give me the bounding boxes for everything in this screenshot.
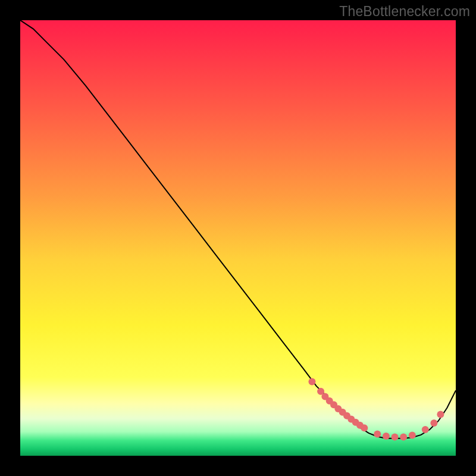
highlight-dot xyxy=(383,433,390,440)
highlight-dot xyxy=(400,434,407,441)
plot-area xyxy=(20,20,456,456)
highlight-dot xyxy=(437,411,444,418)
chart-svg xyxy=(20,20,456,456)
highlight-dot xyxy=(308,378,315,386)
highlight-dot xyxy=(430,419,437,427)
highlight-dot xyxy=(374,430,381,437)
highlight-dot xyxy=(422,426,429,433)
chart-frame: TheBottlenecker.com xyxy=(0,0,476,476)
highlight-dot xyxy=(409,432,416,439)
highlight-dot xyxy=(361,424,368,431)
watermark-text: TheBottlenecker.com xyxy=(339,4,470,20)
highlight-dot xyxy=(392,434,399,441)
